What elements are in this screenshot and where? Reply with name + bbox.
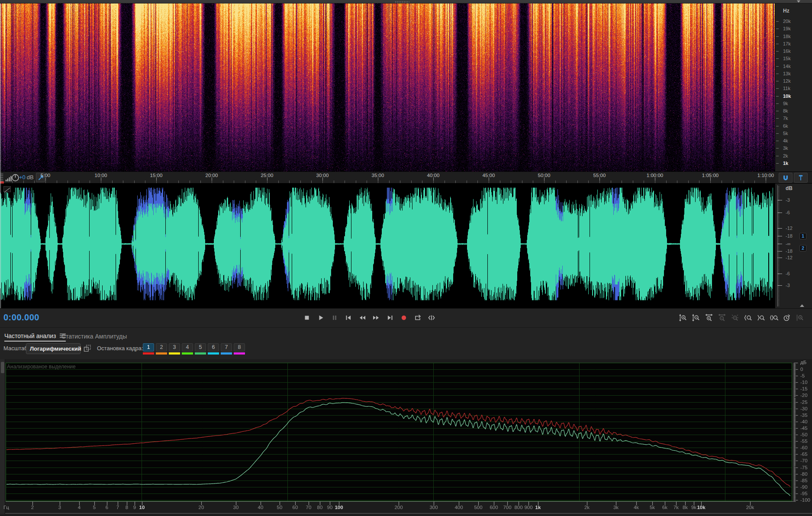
freq-tick-label: 2k: [783, 153, 788, 158]
freq-tick: [776, 103, 779, 104]
freq-tick-label: 20k: [783, 19, 791, 24]
fade-envelope-icon[interactable]: [3, 186, 11, 192]
panel-menu-arrow-icon[interactable]: [797, 0, 800, 3]
zoom-zoom-selection-button[interactable]: [769, 313, 779, 323]
zoom-zoom-out-horizontal-button[interactable]: [717, 313, 727, 323]
snap-button[interactable]: [779, 173, 793, 183]
y-tick-label: -70: [800, 458, 808, 463]
scrollbar-thumb[interactable]: [1, 362, 4, 373]
tab-label: Частотный анализ: [4, 332, 56, 339]
frame-hold-number: 6: [208, 343, 219, 352]
freq-tick-label: 15k: [783, 56, 791, 61]
frame-hold-color-bar: [208, 352, 219, 355]
x-tick-label: 40: [251, 505, 270, 510]
frequency-plot[interactable]: [0, 359, 812, 516]
panel-divider-handle[interactable]: [395, 1, 409, 3]
frame-hold-button-6[interactable]: 6: [208, 343, 219, 355]
frame-hold-color-bar: [221, 352, 232, 355]
frame-hold-color-bar: [234, 352, 245, 355]
transport-record-button[interactable]: [399, 313, 409, 323]
scale-dropdown[interactable]: Логарифмический: [26, 343, 81, 354]
zoom-out-point-icon: [757, 313, 765, 322]
freq-tick: [776, 156, 779, 156]
freq-tick-label: 17k: [783, 41, 791, 46]
freq-tick: [776, 118, 779, 119]
freq-tick-label: 5k: [783, 131, 788, 136]
frame-hold-buttons: 12345678: [143, 343, 245, 355]
scale-dropdown-value: Логарифмический: [30, 345, 81, 352]
freq-tick-label: 1k: [783, 161, 788, 166]
frame-hold-color-bar: [182, 352, 193, 355]
freq-tick: [776, 29, 779, 29]
y-tick-label: -65: [800, 452, 808, 457]
transport-loop-playback-button[interactable]: [412, 313, 423, 323]
freq-tick: [776, 163, 779, 164]
zoom-zoom-full-button[interactable]: [795, 313, 805, 323]
freq-tick-label: 7k: [783, 116, 788, 121]
transport-stop-button[interactable]: [302, 313, 312, 323]
frame-hold-button-8[interactable]: 8: [234, 343, 245, 355]
analysis-controls: Масштаб: Логарифмический Остановка кадра…: [0, 342, 812, 359]
frame-hold-button-4[interactable]: 4: [182, 343, 193, 355]
freq-tick-label: 13k: [783, 71, 791, 76]
copy-snapshot-icon: [84, 345, 91, 352]
y-tick-label: -30: [800, 406, 808, 411]
playhead[interactable]: [0, 3, 1, 308]
frame-hold-label: Остановка кадра:: [97, 345, 143, 352]
freq-tick: [776, 88, 779, 89]
tab-amplitude-statistics[interactable]: Статистика Амплитуды: [61, 331, 127, 342]
frame-hold-button-2[interactable]: 2: [156, 343, 167, 355]
freq-tick: [776, 141, 779, 141]
freq-tick: [776, 58, 779, 59]
y-tick-label: -45: [800, 426, 808, 431]
y-tick-label: -20: [800, 393, 808, 398]
freq-tick-label: 16k: [783, 48, 791, 54]
freq-tick-label: 3k: [783, 145, 788, 151]
zoom-in-point-icon: [744, 313, 752, 322]
tab-frequency-analysis[interactable]: Частотный анализ: [4, 331, 66, 342]
x-tick-label: 20: [192, 505, 211, 510]
x-tick-label: 10k: [692, 505, 711, 510]
frame-hold-button-7[interactable]: 7: [221, 343, 232, 355]
y-tick-label: -55: [800, 439, 808, 444]
y-tick-label: -10: [800, 380, 808, 385]
transport-rewind-button[interactable]: [357, 313, 367, 323]
zoom-zoom-in-horizontal-button[interactable]: [704, 313, 714, 323]
spectrogram-display[interactable]: [0, 3, 775, 171]
scrollbar-up-arrow[interactable]: [800, 304, 804, 307]
frame-hold-color-bar: [156, 352, 167, 355]
snap-magnet-icon: [781, 174, 790, 182]
transport-pause-button[interactable]: [329, 313, 340, 323]
frame-hold-button-1[interactable]: 1: [143, 343, 154, 355]
y-tick-label: -75: [800, 465, 808, 470]
freq-tick: [776, 51, 779, 52]
zoom-zoom-out-vertical-button[interactable]: [691, 313, 701, 323]
tab-label: Статистика Амплитуды: [61, 333, 127, 340]
audition-app: Hz 20k19k18k17k16k15k14k13k12k11k10k9k8k…: [0, 0, 812, 516]
frequency-unit-label: Hz: [783, 8, 789, 14]
zoom-zoom-history-button[interactable]: [782, 313, 792, 323]
current-time-display[interactable]: 0:00.000: [3, 313, 39, 322]
zoom-zoom-reset-button[interactable]: [730, 313, 740, 323]
pause-icon: [330, 313, 339, 322]
transport-skip-selection-button[interactable]: [426, 313, 437, 323]
transport-fast-forward-button[interactable]: [371, 313, 381, 323]
frame-hold-button-5[interactable]: 5: [195, 343, 206, 355]
freq-tick: [776, 126, 779, 126]
snapshot-button[interactable]: [84, 345, 91, 352]
transport-controls: [302, 313, 437, 323]
zoom-zoom-in-vertical-button[interactable]: [678, 313, 688, 323]
transport-play-button[interactable]: [316, 313, 326, 323]
waveform-display[interactable]: [0, 184, 775, 308]
plot-scrollbar[interactable]: [0, 359, 5, 514]
transport-skip-to-start-button[interactable]: [343, 313, 354, 323]
zoom-zoom-in-point-button[interactable]: [743, 313, 753, 323]
frame-hold-button-3[interactable]: 3: [169, 343, 180, 355]
status-bar: 0:00.000: [0, 308, 812, 327]
frame-hold-color-bar: [195, 352, 206, 355]
zoom-zoom-out-point-button[interactable]: [756, 313, 766, 323]
frame-hold-color-bar: [169, 352, 180, 355]
marker-button[interactable]: [794, 173, 808, 183]
transport-skip-to-end-button[interactable]: [385, 313, 395, 323]
selection-overlay-label: Анализированое выделение: [7, 364, 76, 370]
